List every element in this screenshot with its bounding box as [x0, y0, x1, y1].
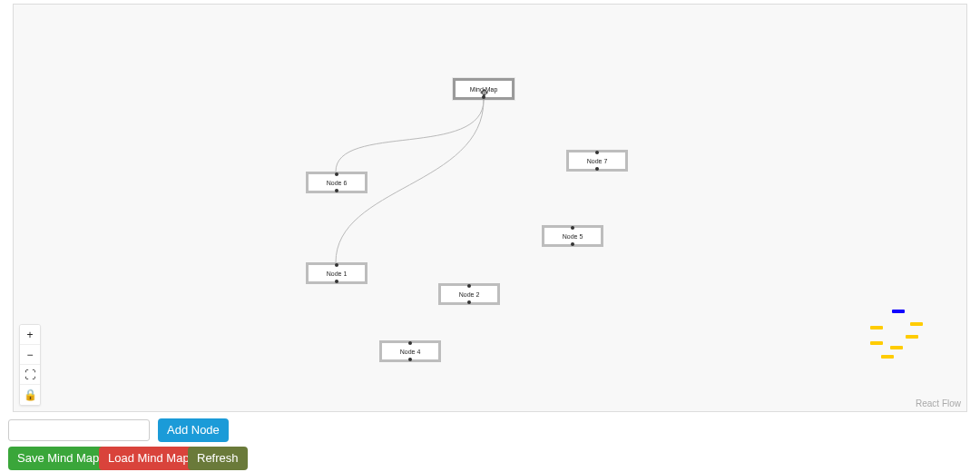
node-label: Node 1 [327, 270, 348, 277]
minimap-node [870, 326, 883, 329]
minimap-node [881, 355, 894, 359]
minimap-node [870, 341, 883, 345]
minimap-node [906, 335, 918, 339]
zoom-out-button[interactable]: − [20, 345, 40, 365]
node-handle-bottom[interactable] [467, 300, 471, 304]
node-handle-top[interactable] [335, 172, 338, 176]
minimap-node [910, 322, 923, 326]
new-node-input[interactable] [8, 419, 150, 441]
attribution-label: React Flow [916, 398, 961, 408]
zoom-in-button[interactable]: + [20, 325, 40, 345]
lock-button[interactable]: 🔒 [20, 385, 40, 405]
viewport-controls: + − ⛶ 🔒 [19, 324, 41, 406]
node-label: Node 4 [400, 349, 421, 355]
node-handle-top[interactable] [335, 263, 338, 267]
node-handle-bottom[interactable] [595, 167, 599, 171]
drag-cursor-icon: ✥ [480, 87, 488, 99]
toolbar-row-2: Save Mind Map Load Mind Map Refresh [0, 447, 980, 470]
fit-view-button[interactable]: ⛶ [20, 365, 40, 385]
node-handle-bottom[interactable] [571, 242, 574, 246]
node-handle-bottom[interactable] [335, 280, 338, 283]
node-root[interactable]: Mind Map ✥ [453, 78, 514, 100]
minimap[interactable] [848, 310, 961, 389]
toolbar-row-1: Add Node [0, 418, 980, 445]
mindmap-canvas[interactable]: Mind Map ✥ Node 6 Node 7 Node 5 Node 1 N… [13, 4, 967, 412]
node-label: Node 7 [587, 158, 608, 164]
node-7[interactable]: Node 7 [566, 150, 628, 172]
node-label: Node 6 [327, 180, 348, 186]
edges-layer [14, 5, 966, 411]
node-label: Node 5 [563, 233, 583, 240]
node-6[interactable]: Node 6 [306, 172, 368, 193]
node-handle-bottom[interactable] [335, 189, 338, 192]
node-handle-top[interactable] [408, 341, 412, 345]
node-handle-top[interactable] [595, 151, 599, 154]
minimap-node [892, 310, 905, 313]
node-2[interactable]: Node 2 [438, 283, 500, 305]
node-label: Node 2 [459, 291, 480, 298]
minimap-node [890, 346, 903, 349]
node-handle-bottom[interactable] [408, 358, 412, 361]
add-node-button[interactable]: Add Node [158, 418, 229, 442]
node-5[interactable]: Node 5 [542, 225, 603, 247]
save-button[interactable]: Save Mind Map [8, 447, 108, 470]
load-button[interactable]: Load Mind Map [99, 447, 199, 470]
node-4[interactable]: Node 4 [379, 340, 441, 362]
node-handle-top[interactable] [571, 226, 574, 230]
node-1[interactable]: Node 1 [306, 262, 368, 284]
refresh-button[interactable]: Refresh [188, 447, 248, 470]
node-handle-top[interactable] [467, 284, 471, 288]
